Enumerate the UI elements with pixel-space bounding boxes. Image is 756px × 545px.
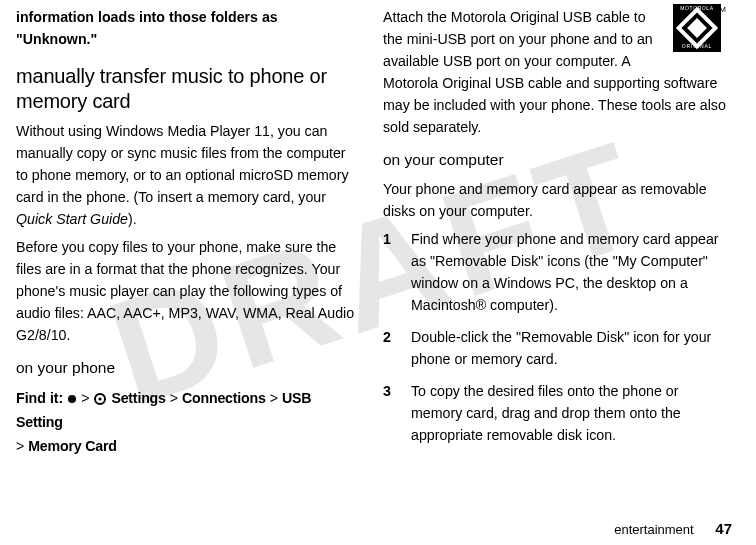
step-row: 1 Find where your phone and memory card … bbox=[383, 228, 726, 316]
menu-icon bbox=[68, 395, 76, 403]
step-text: Find where your phone and memory card ap… bbox=[411, 228, 726, 316]
step-number: 1 bbox=[383, 228, 411, 316]
step-number: 2 bbox=[383, 326, 411, 370]
step-row: 3 To copy the desired files onto the pho… bbox=[383, 380, 726, 446]
sep-icon: > bbox=[81, 390, 89, 406]
para-without-wmp: Without using Windows Media Player 11, y… bbox=[16, 120, 359, 230]
menu-settings: Settings bbox=[111, 390, 165, 406]
page-content: information loads into those folders as … bbox=[0, 0, 756, 545]
find-it-label: Find it: bbox=[16, 390, 63, 406]
para-removable-disks: Your phone and memory card appear as rem… bbox=[383, 178, 726, 222]
sep-icon: > bbox=[270, 390, 278, 406]
settings-icon bbox=[94, 393, 106, 405]
heading-on-your-phone: on your phone bbox=[16, 356, 359, 380]
right-column: TM MOTOROLA ORIGINAL Attach the Motorola… bbox=[371, 0, 738, 545]
quick-start-guide: Quick Start Guide bbox=[16, 211, 128, 227]
para1-a: Without using Windows Media Player 11, y… bbox=[16, 123, 349, 205]
step-text: Double-click the "Removable Disk" icon f… bbox=[411, 326, 726, 370]
step-text: To copy the desired files onto the phone… bbox=[411, 380, 726, 446]
motorola-original-logo: TM MOTOROLA ORIGINAL bbox=[668, 4, 726, 52]
para-formats: Before you copy files to your phone, mak… bbox=[16, 236, 359, 346]
svg-point-1 bbox=[99, 398, 102, 401]
menu-memory-card: Memory Card bbox=[28, 438, 116, 454]
intro-bold: information loads into those folders as … bbox=[16, 6, 359, 50]
step-number: 3 bbox=[383, 380, 411, 446]
para1-c: ). bbox=[128, 211, 137, 227]
logo-box: MOTOROLA ORIGINAL bbox=[673, 4, 721, 52]
step-row: 2 Double-click the "Removable Disk" icon… bbox=[383, 326, 726, 370]
sep-icon: > bbox=[170, 390, 178, 406]
left-column: information loads into those folders as … bbox=[4, 0, 371, 545]
sep-icon: > bbox=[16, 438, 24, 454]
find-it-path: Find it: > Settings > Connections > USB … bbox=[16, 386, 359, 458]
heading-on-your-computer: on your computer bbox=[383, 148, 726, 172]
logo-text-bottom: ORIGINAL bbox=[673, 43, 721, 51]
heading-manual-transfer: manually transfer music to phone or memo… bbox=[16, 64, 359, 114]
menu-connections: Connections bbox=[182, 390, 266, 406]
